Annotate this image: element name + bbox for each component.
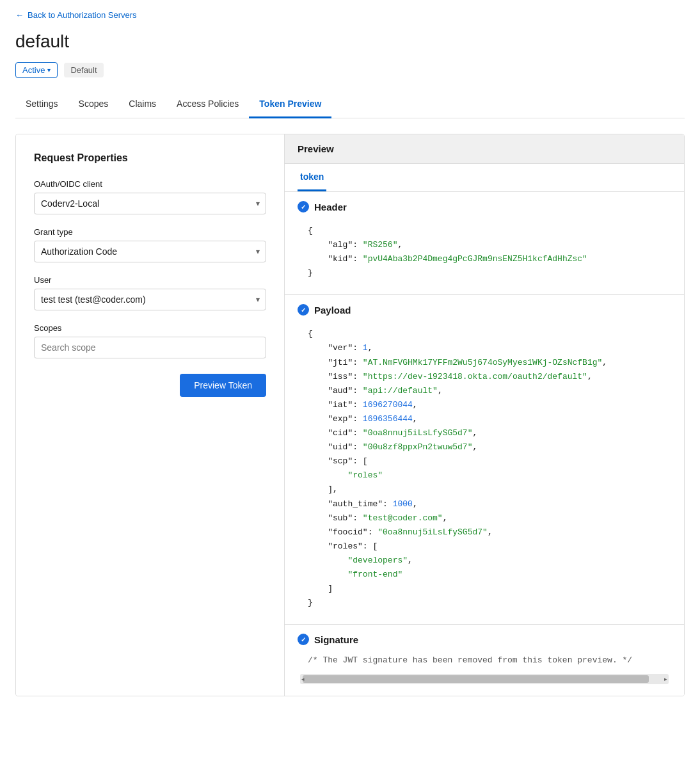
preview-title: Preview: [285, 134, 684, 164]
oauth-client-select[interactable]: Coderv2-Local: [34, 193, 266, 214]
content-area: Request Properties OAuth/OIDC client Cod…: [15, 134, 685, 696]
chevron-down-icon: ▾: [47, 67, 51, 74]
panel-title: Request Properties: [34, 152, 266, 164]
tab-settings[interactable]: Settings: [15, 91, 68, 118]
tab-token-preview[interactable]: Token Preview: [249, 91, 331, 118]
back-arrow-icon: ←: [15, 10, 24, 20]
oauth-client-select-wrapper: Coderv2-Local: [34, 193, 266, 214]
user-label: User: [34, 275, 266, 285]
payload-section: Payload { "ver": 1, "jti": "AT.NmFVGHMk1…: [285, 295, 684, 625]
signature-comment: /* The JWT signature has been removed fr…: [298, 652, 671, 669]
grant-type-field: Grant type Authorization Code: [34, 227, 266, 262]
tab-claims[interactable]: Claims: [118, 91, 166, 118]
status-label: Active: [22, 65, 45, 75]
payload-section-header[interactable]: Payload: [298, 304, 671, 316]
oauth-client-label: OAuth/OIDC client: [34, 179, 266, 189]
token-tab[interactable]: token: [298, 164, 326, 191]
page-title: default: [15, 31, 685, 52]
horizontal-scrollbar[interactable]: ◂ ▸: [300, 674, 669, 684]
tab-scopes[interactable]: Scopes: [68, 91, 119, 118]
status-row: Active ▾ Default: [15, 62, 685, 78]
tab-bar: Settings Scopes Claims Access Policies T…: [15, 91, 685, 118]
grant-type-label: Grant type: [34, 227, 266, 237]
scroll-arrows: ◂ ▸: [300, 674, 669, 684]
user-select-wrapper: test test (test@coder.com): [34, 289, 266, 310]
signature-check-icon: [298, 634, 309, 645]
search-scope-input[interactable]: [34, 337, 266, 358]
status-badge[interactable]: Active ▾: [15, 62, 58, 78]
header-section: Header { "alg": "RS256", "kid": "pvU4Aba…: [285, 192, 684, 295]
oauth-client-field: OAuth/OIDC client Coderv2-Local: [34, 179, 266, 214]
payload-code: { "ver": 1, "jti": "AT.NmFVGHMk17YFFm2Wu…: [298, 322, 671, 615]
signature-label: Signature: [314, 634, 358, 645]
grant-type-select[interactable]: Authorization Code: [34, 241, 266, 262]
user-field: User test test (test@coder.com): [34, 275, 266, 310]
header-code: { "alg": "RS256", "kid": "pvU4Aba3b2P4Dm…: [298, 219, 671, 285]
signature-header[interactable]: Signature: [298, 634, 671, 645]
scopes-label: Scopes: [34, 323, 266, 333]
header-check-icon: [298, 201, 309, 212]
signature-section: Signature /* The JWT signature has been …: [285, 625, 684, 696]
right-panel: Preview token Header { "alg": "RS256", "…: [285, 134, 684, 696]
header-kid-val: "pvU4Aba3b2P4Dmeg4gPcGJRm9nsENZ5H1kcfAdH…: [363, 254, 587, 264]
scroll-left-icon[interactable]: ◂: [301, 676, 305, 682]
back-link-text: Back to Authorization Servers: [28, 10, 137, 20]
scopes-field: Scopes: [34, 323, 266, 358]
scroll-right-icon[interactable]: ▸: [664, 676, 667, 682]
tab-access-policies[interactable]: Access Policies: [166, 91, 249, 118]
payload-check-icon: [298, 304, 309, 316]
header-section-header[interactable]: Header: [298, 201, 671, 212]
left-panel: Request Properties OAuth/OIDC client Cod…: [16, 134, 285, 696]
default-badge: Default: [64, 63, 103, 77]
back-link[interactable]: ← Back to Authorization Servers: [15, 10, 685, 20]
preview-token-button[interactable]: Preview Token: [180, 374, 266, 397]
token-tab-bar: token: [285, 164, 684, 192]
user-select[interactable]: test test (test@coder.com): [34, 289, 266, 310]
payload-label: Payload: [314, 305, 351, 316]
header-label: Header: [314, 202, 347, 212]
grant-type-select-wrapper: Authorization Code: [34, 241, 266, 262]
